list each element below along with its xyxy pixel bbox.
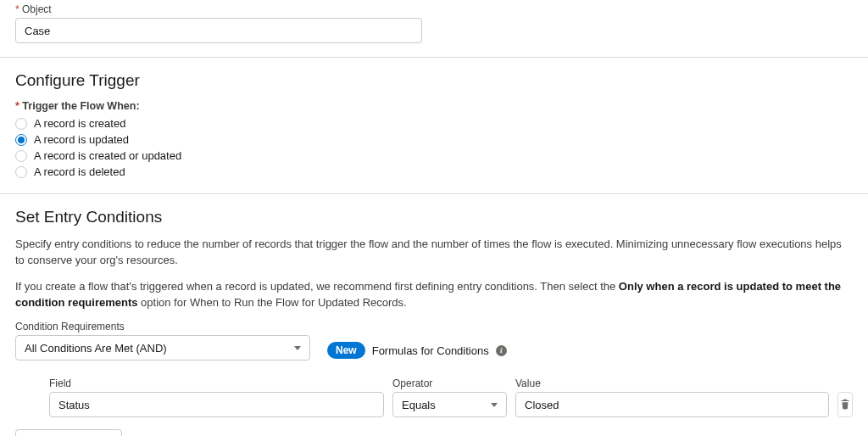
condition-row: Field Status Operator Equals Value Close…: [49, 377, 853, 417]
add-condition-button[interactable]: + Add Condition: [15, 429, 122, 436]
condition-value-value: Closed: [525, 399, 559, 411]
field-column-label: Field: [49, 377, 384, 389]
radio-record-created[interactable]: A record is created: [15, 117, 853, 130]
entry-desc-2-post: option for When to Run the Flow for Upda…: [137, 296, 406, 309]
radio-record-deleted[interactable]: A record is deleted: [15, 165, 853, 178]
radio-icon-selected: [15, 134, 27, 146]
trigger-radio-group: A record is created A record is updated …: [15, 117, 853, 178]
formulas-for-conditions-text: Formulas for Conditions: [372, 344, 489, 357]
condition-field-value: Status: [58, 399, 90, 411]
condition-requirements-select[interactable]: All Conditions Are Met (AND): [15, 335, 310, 361]
object-label: * Object: [15, 3, 853, 15]
object-section: * Object Case: [0, 0, 868, 58]
radio-icon: [15, 150, 27, 162]
radio-record-created-or-updated[interactable]: A record is created or updated: [15, 149, 853, 162]
required-star: *: [15, 3, 19, 15]
object-label-text: Object: [22, 3, 52, 15]
new-badge: New: [327, 342, 365, 359]
entry-desc-2: If you create a flow that's triggered wh…: [15, 279, 853, 311]
operator-column-label: Operator: [392, 377, 507, 389]
entry-desc-1: Specify entry conditions to reduce the n…: [15, 237, 853, 269]
radio-label: A record is created or updated: [34, 149, 181, 162]
value-column-label: Value: [515, 377, 829, 389]
entry-desc-2-pre: If you create a flow that's triggered wh…: [15, 280, 619, 293]
required-star: *: [15, 100, 19, 112]
radio-label: A record is updated: [34, 133, 129, 146]
trigger-when-text: Trigger the Flow When:: [22, 100, 139, 112]
condition-value-input[interactable]: Closed: [515, 392, 829, 417]
radio-record-updated[interactable]: A record is updated: [15, 133, 853, 146]
object-input[interactable]: Case: [15, 18, 422, 43]
formulas-new-group: New Formulas for Conditions i: [327, 342, 507, 359]
condition-requirements-label: Condition Requirements: [15, 321, 310, 333]
radio-label: A record is created: [34, 117, 125, 130]
entry-conditions-heading: Set Entry Conditions: [15, 208, 853, 226]
radio-icon: [15, 118, 27, 130]
info-icon[interactable]: i: [496, 345, 507, 356]
trash-icon: [839, 398, 851, 412]
condition-requirements-row: Condition Requirements All Conditions Ar…: [15, 321, 853, 361]
condition-operator-select[interactable]: Equals: [392, 392, 507, 417]
chevron-down-icon: [491, 403, 498, 407]
radio-label: A record is deleted: [34, 165, 125, 178]
delete-condition-button[interactable]: [837, 392, 853, 417]
condition-operator-value: Equals: [402, 399, 436, 411]
entry-conditions-section: Set Entry Conditions Specify entry condi…: [0, 208, 868, 436]
condition-field-input[interactable]: Status: [49, 392, 384, 417]
trigger-when-label: * Trigger the Flow When:: [15, 100, 853, 112]
radio-icon: [15, 166, 27, 178]
trigger-section: Configure Trigger * Trigger the Flow Whe…: [0, 71, 868, 194]
condition-row-wrap: Field Status Operator Equals Value Close…: [15, 377, 853, 417]
condition-requirements-value: All Conditions Are Met (AND): [25, 342, 167, 355]
configure-trigger-heading: Configure Trigger: [15, 71, 853, 90]
chevron-down-icon: [294, 346, 301, 350]
object-value: Case: [25, 25, 50, 37]
